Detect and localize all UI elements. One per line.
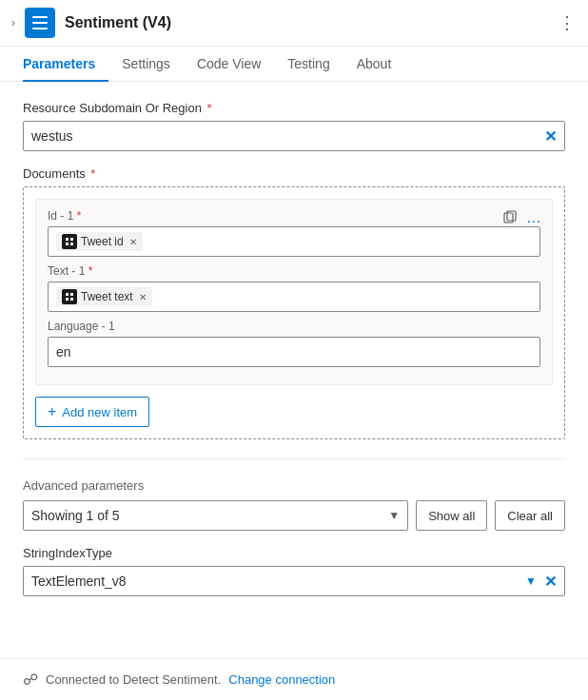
divider: [23, 458, 565, 459]
parameters-panel: Resource Subdomain Or Region * ✕ Documen…: [0, 82, 588, 615]
showing-dropdown-arrow: ▼: [388, 509, 400, 522]
connected-text: Connected to Detect Sentiment.: [46, 672, 221, 687]
language-field-label: Language - 1: [48, 320, 540, 333]
advanced-controls: Showing 1 of 5 ▼ Show all Clear all: [23, 500, 565, 531]
documents-label: Documents *: [23, 166, 565, 181]
clear-resource-icon[interactable]: ✕: [544, 127, 557, 146]
resource-subdomain-field[interactable]: ✕: [23, 121, 565, 151]
header-icon-button[interactable]: [25, 8, 55, 38]
showing-text: Showing 1 of 5: [31, 508, 120, 523]
tab-settings[interactable]: Settings: [108, 47, 184, 81]
id-tag-field[interactable]: Tweet id ✕: [48, 226, 540, 257]
string-index-select[interactable]: TextElement_v8: [31, 574, 525, 589]
add-new-item-button[interactable]: + Add new item: [35, 397, 149, 427]
string-index-value: TextElement_v8: [31, 574, 127, 589]
collapse-icon[interactable]: ›: [11, 16, 15, 29]
document-item-1: … Id - 1 * Tweet id ✕ Text - 1 *: [35, 199, 553, 385]
tweet-text-remove[interactable]: ✕: [139, 292, 147, 302]
show-all-button[interactable]: Show all: [416, 500, 487, 531]
language-value-field: en: [48, 337, 540, 367]
copy-item-icon[interactable]: [502, 209, 518, 227]
string-index-field: TextElement_v8 ▼ ✕: [23, 566, 565, 596]
add-icon: +: [48, 403, 56, 420]
advanced-params-label: Advanced parameters: [23, 478, 565, 493]
more-options-icon[interactable]: ⋮: [559, 12, 577, 33]
tweet-text-tag: Tweet text ✕: [56, 287, 152, 306]
header: › Sentiment (V4) ⋮: [0, 0, 588, 47]
text-field-label: Text - 1 *: [48, 264, 540, 278]
tweet-id-remove[interactable]: ✕: [129, 237, 137, 247]
resource-subdomain-label: Resource Subdomain Or Region *: [23, 101, 565, 115]
string-index-arrow[interactable]: ▼: [525, 574, 537, 588]
string-index-section: StringIndexType TextElement_v8 ▼ ✕: [23, 546, 565, 596]
tweet-id-tag: Tweet id ✕: [56, 232, 143, 251]
tab-about[interactable]: About: [343, 47, 405, 81]
string-index-label: StringIndexType: [23, 546, 565, 560]
tab-testing[interactable]: Testing: [274, 47, 343, 81]
id-field-label: Id - 1 *: [48, 209, 540, 223]
resource-subdomain-input[interactable]: [31, 128, 544, 144]
change-connection-link[interactable]: Change connection: [228, 672, 335, 687]
tweet-text-icon: [62, 289, 77, 304]
panel-title: Sentiment (V4): [65, 14, 549, 31]
tabs-bar: Parameters Settings Code View Testing Ab…: [0, 47, 588, 82]
item-ellipsis-icon[interactable]: …: [526, 209, 542, 226]
tweet-id-icon: [62, 234, 77, 249]
documents-container: … Id - 1 * Tweet id ✕ Text - 1 *: [23, 186, 565, 439]
connection-icon: ☍: [23, 671, 38, 689]
showing-dropdown[interactable]: Showing 1 of 5 ▼: [23, 500, 408, 531]
hamburger-icon: [32, 16, 48, 29]
text-tag-field[interactable]: Tweet text ✕: [48, 282, 540, 312]
tab-parameters[interactable]: Parameters: [23, 47, 108, 81]
string-index-clear[interactable]: ✕: [544, 573, 557, 591]
footer: ☍ Connected to Detect Sentiment. Change …: [0, 658, 588, 700]
tab-code-view[interactable]: Code View: [184, 47, 274, 81]
add-new-label: Add new item: [62, 405, 137, 419]
clear-all-button[interactable]: Clear all: [495, 500, 565, 531]
